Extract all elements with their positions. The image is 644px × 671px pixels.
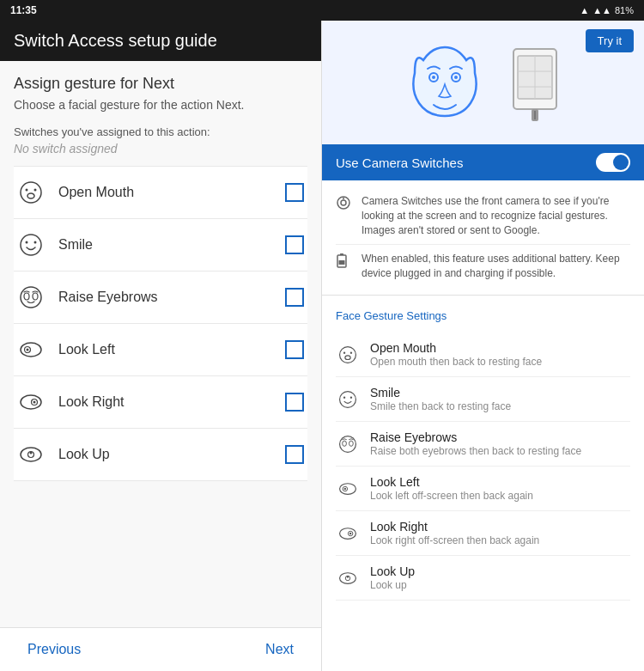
checkbox-open-mouth[interactable] [285, 183, 304, 202]
camera-info-icon [336, 195, 353, 212]
checkbox-look-right[interactable] [285, 393, 304, 412]
svg-point-22 [454, 76, 458, 79]
gesture-look-left[interactable]: Look Left [14, 324, 307, 376]
gesture-look-up[interactable]: Look Up [14, 429, 307, 481]
fg-text-look-left: Look Left Look left off-screen then back… [370, 475, 630, 502]
fg-open-mouth[interactable]: Open Mouth Open mouth then back to resti… [336, 332, 630, 377]
svg-point-51 [349, 533, 351, 534]
left-content: Assign gesture for Next Choose a facial … [0, 61, 321, 627]
switches-label: Switches you've assigned to this action: [14, 125, 307, 138]
svg-point-54 [347, 576, 349, 577]
svg-point-6 [34, 241, 37, 244]
svg-point-39 [345, 356, 350, 360]
app-title: Switch Access setup guide [14, 31, 307, 51]
next-button[interactable]: Next [258, 638, 301, 661]
gesture-label-look-left: Look Left [58, 342, 285, 357]
svg-point-48 [344, 488, 346, 490]
fg-smile-icon [336, 387, 360, 412]
camera-switches-label: Use Camera Switches [336, 156, 463, 170]
svg-point-0 [21, 182, 41, 203]
svg-rect-34 [340, 253, 343, 255]
gesture-label-raise-eyebrows: Raise Eyebrows [58, 290, 285, 305]
face-svg [398, 43, 501, 129]
gesture-label-look-up: Look Up [58, 447, 285, 462]
svg-point-3 [27, 193, 34, 198]
checkbox-smile[interactable] [285, 235, 304, 254]
checkbox-look-up[interactable] [285, 445, 304, 464]
fg-desc-look-up: Look up [370, 579, 630, 591]
fg-name-look-right: Look Right [370, 520, 630, 534]
signal-icon: ▲▲ [592, 5, 611, 15]
previous-button[interactable]: Previous [21, 638, 88, 661]
no-switch-label: No switch assigned [14, 142, 307, 156]
camera-switches-toggle[interactable] [596, 153, 630, 172]
info-row-battery: When enabled, this feature uses addition… [336, 245, 630, 288]
checkbox-look-left[interactable] [285, 340, 304, 359]
svg-point-18 [30, 452, 33, 454]
fg-name-look-left: Look Left [370, 475, 630, 489]
face-illustration [398, 43, 569, 129]
toggle-knob [613, 155, 629, 170]
fg-smile[interactable]: Smile Smile then back to resting face [336, 377, 630, 422]
open-mouth-icon [17, 179, 45, 206]
svg-point-12 [27, 349, 29, 351]
camera-switches-bar[interactable]: Use Camera Switches [322, 144, 644, 180]
status-bar: 11:35 ▲ ▲▲ 81% [0, 0, 644, 21]
gesture-list: Open Mouth Smile [14, 166, 307, 481]
svg-point-16 [21, 448, 41, 461]
look-left-icon [17, 336, 45, 363]
status-time: 11:35 [10, 4, 37, 16]
battery-info-icon [336, 253, 353, 270]
svg-point-15 [33, 401, 36, 404]
assign-title: Assign gesture for Next [14, 75, 307, 93]
fg-name-look-up: Look Up [370, 564, 630, 578]
main-layout: Switch Access setup guide Assign gesture… [0, 21, 644, 671]
gesture-smile[interactable]: Smile [14, 219, 307, 271]
fg-text-look-right: Look Right Look right off-screen then ba… [370, 520, 630, 546]
gesture-look-right[interactable]: Look Right [14, 376, 307, 429]
fg-text-look-up: Look Up Look up [370, 564, 630, 591]
raise-eyebrows-icon [17, 284, 45, 311]
svg-point-42 [350, 396, 352, 398]
svg-point-38 [350, 351, 352, 353]
fg-look-up[interactable]: Look Up Look up [336, 556, 630, 601]
svg-point-5 [26, 241, 28, 244]
fg-look-left-icon [336, 477, 360, 501]
gesture-raise-eyebrows[interactable]: Raise Eyebrows [14, 271, 307, 324]
svg-point-8 [24, 293, 29, 300]
battery-level: 81% [615, 5, 634, 15]
svg-point-44 [343, 441, 347, 446]
gesture-label-smile: Smile [58, 237, 285, 253]
fg-name-smile: Smile [370, 386, 630, 400]
phone-svg [509, 47, 569, 125]
gesture-label-open-mouth: Open Mouth [58, 185, 285, 200]
checkbox-raise-eyebrows[interactable] [285, 288, 304, 307]
svg-point-52 [340, 573, 356, 584]
fg-raise-eyebrows[interactable]: Raise Eyebrows Raise both eyebrows then … [336, 422, 630, 467]
svg-point-36 [340, 347, 356, 363]
fg-desc-look-right: Look right off-screen then back again [370, 534, 630, 546]
fg-name-raise-eyebrows: Raise Eyebrows [370, 430, 630, 444]
info-text-battery: When enabled, this feature uses addition… [361, 252, 630, 281]
fg-desc-look-left: Look left off-screen then back again [370, 490, 630, 502]
right-top-illustration: Try it [322, 21, 644, 144]
fg-look-left[interactable]: Look Left Look left off-screen then back… [336, 467, 630, 511]
svg-point-9 [33, 293, 38, 300]
fg-look-right[interactable]: Look Right Look right off-screen then ba… [336, 511, 630, 556]
svg-point-1 [26, 189, 28, 192]
svg-point-37 [343, 351, 345, 353]
gesture-label-look-right: Look Right [58, 394, 285, 410]
svg-rect-35 [339, 260, 345, 265]
try-it-button[interactable]: Try it [586, 29, 634, 52]
svg-point-40 [340, 392, 356, 408]
face-gesture-section: Face Gesture Settings Open Mouth Open mo… [322, 296, 644, 607]
assign-subtitle: Choose a facial gesture for the action N… [14, 98, 307, 112]
gesture-open-mouth[interactable]: Open Mouth [14, 166, 307, 219]
face-gesture-title: Face Gesture Settings [336, 302, 630, 329]
svg-point-41 [343, 396, 345, 398]
left-footer: Previous Next [0, 627, 321, 671]
look-up-icon [17, 441, 45, 468]
svg-point-20 [432, 76, 435, 79]
svg-point-32 [343, 198, 344, 199]
info-text-camera: Camera Switches use the front camera to … [361, 194, 630, 237]
